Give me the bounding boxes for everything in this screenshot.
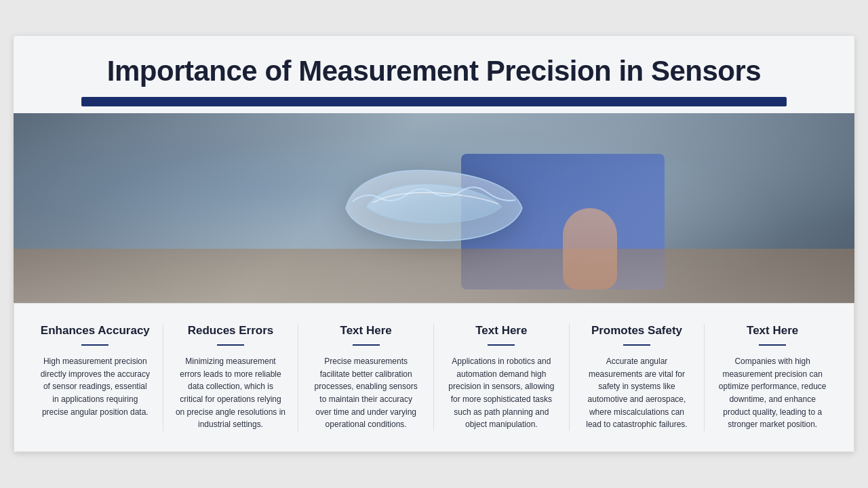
card-6-divider: [759, 344, 786, 346]
hero-object: [332, 154, 536, 262]
header-section: Importance of Measurement Precision in S…: [14, 36, 854, 113]
card-5-title: Promotes Safety: [582, 324, 692, 338]
card-6-text: Companies with high measurement precisio…: [717, 355, 828, 431]
card-4-divider: [488, 344, 515, 346]
background-hand: [563, 208, 617, 289]
slide-container: Importance of Measurement Precision in S…: [14, 36, 854, 452]
card-5-text: Accurate angular measurements are vital …: [582, 355, 692, 431]
card-4: Text HereApplications in robotics and au…: [434, 324, 570, 431]
card-1: Enhances AccuracyHigh measurement precis…: [28, 324, 163, 431]
card-5: Promotes SafetyAccurate angular measurem…: [570, 324, 705, 431]
card-1-divider: [81, 344, 108, 346]
content-section: Enhances AccuracyHigh measurement precis…: [14, 303, 854, 452]
card-2: Reduces ErrorsMinimizing measurement err…: [163, 324, 299, 431]
card-6: Text HereCompanies with high measurement…: [705, 324, 840, 431]
card-3-text: Precise measurements facilitate better c…: [311, 355, 421, 431]
card-3-title: Text Here: [311, 324, 421, 338]
hero-image-section: [14, 113, 854, 303]
card-4-title: Text Here: [446, 324, 557, 338]
card-6-title: Text Here: [717, 324, 828, 338]
card-2-divider: [217, 344, 244, 346]
card-2-text: Minimizing measurement errors leads to m…: [176, 355, 286, 431]
card-3: Text HerePrecise measurements facilitate…: [298, 324, 434, 431]
card-1-text: High measurement precision directly impr…: [40, 355, 151, 418]
card-5-divider: [623, 344, 650, 346]
cards-grid: Enhances AccuracyHigh measurement precis…: [28, 324, 840, 431]
main-title: Importance of Measurement Precision in S…: [41, 55, 827, 87]
title-underline-bar: [81, 97, 787, 106]
card-1-title: Enhances Accuracy: [40, 324, 151, 338]
card-2-title: Reduces Errors: [176, 324, 286, 338]
card-4-text: Applications in robotics and automation …: [446, 355, 557, 431]
card-3-divider: [353, 344, 380, 346]
